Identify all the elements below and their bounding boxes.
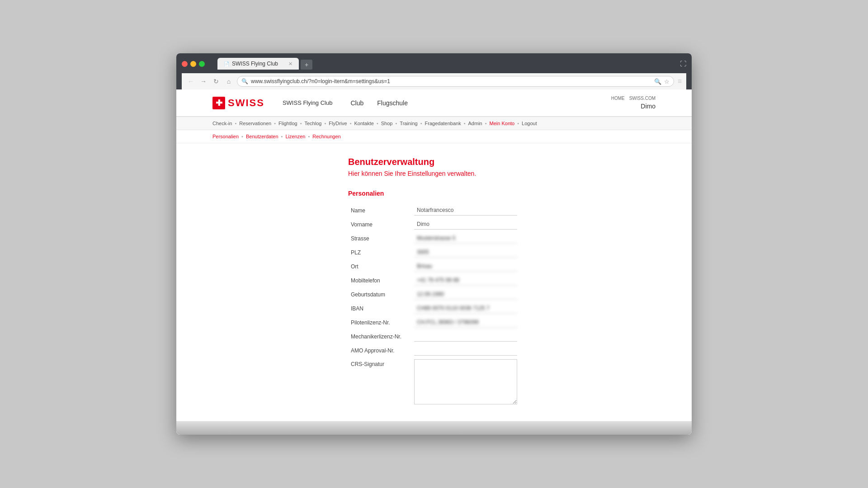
field-label-plz: PLZ (348, 245, 411, 259)
sep-8: • (420, 121, 422, 126)
field-input-pilotenlizenz[interactable] (414, 317, 517, 328)
breadcrumb-sep-3: • (308, 134, 310, 139)
subnav-training[interactable]: Training (400, 121, 417, 126)
field-row-geburtsdatum: Geburtsdatum (348, 287, 520, 301)
sep-3: • (300, 121, 302, 126)
field-row-iban: IBAN (348, 301, 520, 315)
field-input-mechanikerlizenz[interactable] (414, 331, 517, 342)
home-link[interactable]: HOME (611, 96, 625, 101)
sep-2: • (274, 121, 276, 126)
sep-1: • (235, 121, 236, 126)
breadcrumb-benutzerdaten[interactable]: Benutzerdaten (246, 134, 278, 139)
home-button[interactable]: ⌂ (224, 78, 233, 85)
breadcrumb-lizenzen[interactable]: Lizenzen (285, 134, 305, 139)
breadcrumb-rechnungen[interactable]: Rechnungen (312, 134, 340, 139)
subnav-shop[interactable]: Shop (381, 121, 393, 126)
field-input-vorname[interactable] (414, 219, 517, 230)
field-input-ort[interactable] (414, 261, 517, 272)
browser-chrome: 📄 SWISS Flying Club ✕ + ⛶ ← → ↻ ⌂ 🔍 🔍 ☆ (176, 53, 692, 89)
nav-club[interactable]: Club (350, 99, 363, 107)
close-button[interactable] (182, 61, 188, 67)
subnav-flightlog[interactable]: Flightlog (278, 121, 297, 126)
field-label-vorname: Vorname (348, 217, 411, 231)
subnav-logout[interactable]: Logout (522, 121, 537, 126)
field-label-ort: Ort (348, 259, 411, 273)
logo-area: ✚ SWISS (212, 97, 264, 109)
tab-title: SWISS Flying Club (232, 61, 278, 67)
field-label-mechanikerlizenz: Mechanikerlizenz-Nr. (348, 329, 411, 343)
main-nav: Club Flugschule (350, 99, 408, 107)
field-input-mobiltelefon[interactable] (414, 275, 517, 286)
traffic-lights (182, 61, 205, 67)
sep-7: • (395, 121, 397, 126)
top-utility-links: HOME SWISS.COM (611, 96, 656, 101)
field-row-name: Name (348, 203, 520, 217)
minimize-button[interactable] (190, 61, 196, 67)
field-row-ort: Ort (348, 259, 520, 273)
field-row-pilotenlizenz: Pilotenlizenz-Nr. (348, 315, 520, 329)
browser-controls: 📄 SWISS Flying Club ✕ + ⛶ (182, 58, 686, 70)
menu-button[interactable]: ≡ (678, 77, 682, 85)
field-label-crs: CRS-Signatur (348, 357, 411, 408)
address-input[interactable] (237, 76, 674, 87)
field-row-amo: AMO Approval-Nr. (348, 343, 520, 357)
reload-button[interactable]: ↻ (212, 78, 221, 85)
sub-nav: Check-in • Reservationen • Flightlog • T… (176, 117, 692, 130)
subnav-flydrive[interactable]: FlyDrive (329, 121, 347, 126)
form-table: Name Vorname Strasse PLZ (348, 203, 520, 408)
swiss-brand-text: SWISS (228, 97, 264, 109)
field-input-strasse[interactable] (414, 233, 517, 244)
address-icons: 🔍 ☆ (654, 78, 670, 85)
maximize-button[interactable] (199, 61, 205, 67)
field-label-strasse: Strasse (348, 231, 411, 245)
nav-flugschule[interactable]: Flugschule (377, 99, 408, 107)
field-label-mobiltelefon: Mobiltelefon (348, 273, 411, 287)
subnav-meinkonto[interactable]: Mein Konto (490, 121, 515, 126)
subnav-techlog[interactable]: Techlog (305, 121, 322, 126)
new-tab-button[interactable]: + (301, 60, 312, 70)
bottom-shadow (176, 421, 692, 435)
field-input-plz[interactable] (414, 247, 517, 258)
back-button[interactable]: ← (186, 78, 195, 85)
field-input-iban[interactable] (414, 303, 517, 314)
breadcrumb-personalien[interactable]: Personalien (212, 134, 239, 139)
field-label-name: Name (348, 203, 411, 217)
subnav-kontakte[interactable]: Kontakte (354, 121, 373, 126)
subnav-reservationen[interactable]: Reservationen (239, 121, 271, 126)
breadcrumb: Personalien • Benutzerdaten • Lizenzen •… (176, 130, 692, 143)
top-right-links: HOME SWISS.COM Dimo (611, 96, 656, 110)
site-header: ✚ SWISS SWISS Flying Club Club Flugschul… (176, 89, 692, 117)
field-label-pilotenlizenz: Pilotenlizenz-Nr. (348, 315, 411, 329)
field-row-mobiltelefon: Mobiltelefon (348, 273, 520, 287)
search-icon: 🔍 (241, 78, 248, 84)
field-label-amo: AMO Approval-Nr. (348, 343, 411, 357)
expand-icon[interactable]: ⛶ (680, 60, 686, 67)
subnav-fragedatenbank[interactable]: Fragedatenbank (425, 121, 461, 126)
field-row-vorname: Vorname (348, 217, 520, 231)
sep-9: • (464, 121, 466, 126)
subnav-checkin[interactable]: Check-in (212, 121, 232, 126)
sep-5: • (350, 121, 352, 126)
field-row-crs: CRS-Signatur (348, 357, 520, 408)
forward-button[interactable]: → (199, 78, 208, 85)
field-input-geburtsdatum[interactable] (414, 289, 517, 300)
field-input-name[interactable] (414, 205, 517, 216)
browser-window: 📄 SWISS Flying Club ✕ + ⛶ ← → ↻ ⌂ 🔍 🔍 ☆ (176, 53, 692, 435)
tab-close-button[interactable]: ✕ (288, 61, 292, 67)
page-subtitle: Hier können Sie Ihre Einstellungen verwa… (348, 170, 520, 177)
field-input-amo[interactable] (414, 345, 517, 356)
sep-11: • (517, 121, 519, 126)
bookmark-icon[interactable]: ☆ (664, 78, 670, 85)
swiss-link[interactable]: SWISS.COM (629, 96, 656, 101)
address-field-wrap: 🔍 🔍 ☆ (237, 76, 674, 87)
subnav-admin[interactable]: Admin (468, 121, 482, 126)
active-tab[interactable]: 📄 SWISS Flying Club ✕ (217, 58, 299, 70)
tab-favicon: 📄 (224, 61, 229, 66)
search-icon-right: 🔍 (654, 78, 661, 85)
sep-4: • (324, 121, 326, 126)
field-row-plz: PLZ (348, 245, 520, 259)
swiss-logo: ✚ SWISS (212, 97, 264, 109)
field-input-crs[interactable] (414, 359, 517, 404)
breadcrumb-sep-1: • (241, 134, 243, 139)
tab-bar: 📄 SWISS Flying Club ✕ + (217, 58, 676, 70)
